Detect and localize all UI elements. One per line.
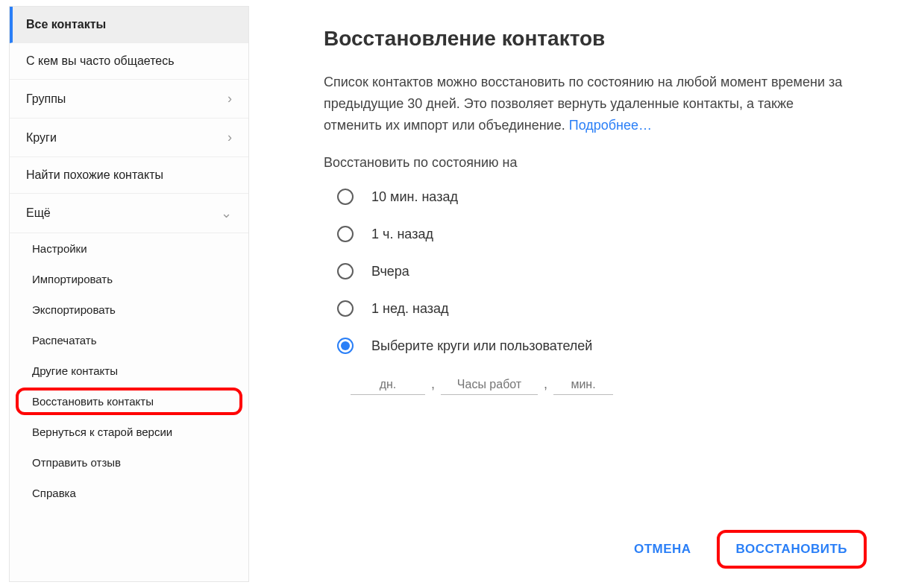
sidebar-item-label: Все контакты [26, 18, 106, 31]
sidebar-item-frequent[interactable]: С кем вы часто общаетесь [10, 43, 248, 80]
radio-option-1h[interactable]: 1 ч. назад [337, 226, 862, 242]
chevron-right-icon: › [227, 91, 232, 107]
sidebar-item-find-similar[interactable]: Найти похожие контакты [10, 157, 248, 194]
dialog-description: Список контактов можно восстановить по с… [324, 72, 846, 136]
radio-option-custom[interactable]: Выберите круги или пользователей [337, 338, 862, 354]
radio-option-1week[interactable]: 1 нед. назад [337, 300, 862, 317]
separator: , [431, 376, 435, 392]
mins-input[interactable] [553, 375, 613, 395]
sidebar-item-label: С кем вы часто общаетесь [26, 54, 175, 68]
sidebar-item-old-version[interactable]: Вернуться к старой версии [10, 417, 248, 447]
restore-to-label: Восстановить по состоянию на [324, 155, 862, 171]
sidebar-item-label: Импортировать [32, 273, 113, 285]
radio-label: Вчера [371, 264, 409, 279]
hours-input[interactable] [441, 375, 538, 395]
days-input[interactable] [351, 375, 425, 395]
sidebar-item-settings[interactable]: Настройки [10, 233, 248, 264]
sidebar-item-label: Справка [32, 487, 76, 499]
sidebar-item-label: Экспортировать [32, 303, 116, 316]
custom-time-inputs: , , [351, 375, 862, 395]
restore-button[interactable]: ВОССТАНОВИТЬ [721, 533, 862, 566]
sidebar: Все контакты С кем вы часто общаетесь Гр… [9, 6, 249, 582]
sidebar-item-other-contacts[interactable]: Другие контакты [10, 355, 248, 386]
dialog-panel: Восстановление контактов Список контакто… [249, 0, 898, 588]
restore-options: 10 мин. назад 1 ч. назад Вчера 1 нед. на… [337, 189, 862, 395]
radio-icon [337, 300, 354, 317]
sidebar-item-all-contacts[interactable]: Все контакты [10, 7, 248, 43]
cancel-button[interactable]: ОТМЕНА [619, 533, 706, 566]
sidebar-item-circles[interactable]: Круги › [10, 118, 248, 157]
radio-label: 1 нед. назад [371, 301, 449, 317]
sidebar-item-feedback[interactable]: Отправить отзыв [10, 447, 248, 478]
sidebar-item-restore-contacts[interactable]: Восстановить контакты [10, 386, 248, 417]
sidebar-item-label: Отправить отзыв [32, 456, 121, 469]
sidebar-item-import[interactable]: Импортировать [10, 264, 248, 294]
radio-icon [337, 189, 354, 205]
sidebar-item-label: Круги [26, 131, 57, 145]
sidebar-item-label: Настройки [32, 242, 87, 255]
dialog-title: Восстановление контактов [324, 27, 862, 51]
sidebar-item-export[interactable]: Экспортировать [10, 294, 248, 325]
learn-more-link[interactable]: Подробнее… [569, 118, 652, 133]
sidebar-item-more[interactable]: Ещё ⌄ [10, 194, 248, 233]
radio-option-10min[interactable]: 10 мин. назад [337, 189, 862, 205]
sidebar-item-print[interactable]: Распечатать [10, 325, 248, 355]
sidebar-item-label: Другие контакты [32, 364, 118, 377]
chevron-right-icon: › [227, 130, 232, 145]
radio-label: 1 ч. назад [371, 227, 433, 242]
radio-label: 10 мин. назад [371, 189, 458, 205]
sidebar-item-label: Найти похожие контакты [26, 168, 163, 182]
dialog-actions: ОТМЕНА ВОССТАНОВИТЬ [324, 506, 862, 566]
sidebar-item-label: Восстановить контакты [32, 395, 154, 408]
sidebar-item-label: Ещё [26, 206, 51, 220]
separator: , [544, 376, 547, 392]
radio-icon [337, 226, 354, 242]
sidebar-item-help[interactable]: Справка [10, 478, 248, 508]
sidebar-item-label: Вернуться к старой версии [32, 426, 172, 438]
radio-label: Выберите круги или пользователей [371, 338, 592, 354]
radio-icon [337, 338, 354, 354]
radio-option-yesterday[interactable]: Вчера [337, 263, 862, 279]
sidebar-item-groups[interactable]: Группы › [10, 80, 248, 118]
radio-icon [337, 263, 354, 279]
sidebar-item-label: Группы [26, 92, 66, 106]
chevron-down-icon: ⌄ [221, 205, 232, 221]
sidebar-item-label: Распечатать [32, 334, 97, 347]
